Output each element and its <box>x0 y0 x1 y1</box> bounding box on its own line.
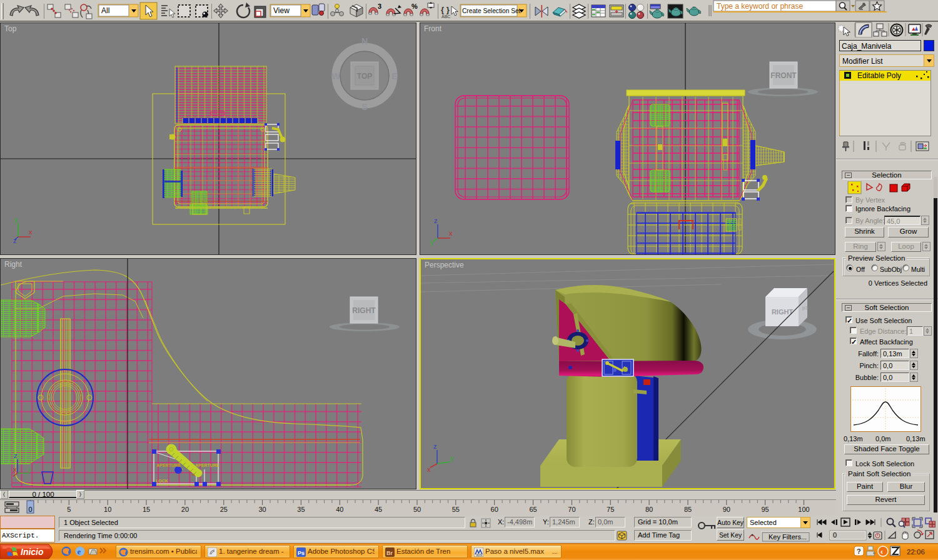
svg-text:Front: Front <box>424 24 442 33</box>
svg-text:LOCK: LOCK <box>156 479 168 483</box>
svg-text:z: z <box>433 442 437 450</box>
svg-text:View: View <box>273 6 290 15</box>
svg-text:65: 65 <box>529 506 537 513</box>
svg-text:z: z <box>434 217 438 224</box>
svg-text:x: x <box>427 466 431 473</box>
svg-text:N: N <box>361 36 368 46</box>
svg-text:W: W <box>331 71 340 81</box>
svg-text:y: y <box>450 454 454 462</box>
svg-text:75: 75 <box>607 506 614 513</box>
svg-text:3DS: 3DS <box>476 553 482 557</box>
svg-text:APERTURE: APERTURE <box>156 463 181 468</box>
svg-text:0: 0 <box>28 506 32 513</box>
svg-text:Perspective: Perspective <box>425 261 464 269</box>
svg-text:x: x <box>449 229 453 237</box>
svg-text:z: z <box>14 452 18 459</box>
svg-text:5: 5 <box>67 506 71 513</box>
svg-text:ABC: ABC <box>441 14 450 19</box>
svg-text:55: 55 <box>452 506 460 513</box>
svg-text:?: ? <box>857 548 861 555</box>
svg-text:S: S <box>361 102 367 112</box>
svg-text:3: 3 <box>378 2 381 10</box>
svg-text:x: x <box>29 228 33 236</box>
svg-text:RIGHT: RIGHT <box>352 306 376 315</box>
svg-text:60: 60 <box>491 506 498 513</box>
svg-text:10: 10 <box>104 506 111 513</box>
svg-text:70: 70 <box>568 506 575 513</box>
svg-text:FRONT: FRONT <box>770 71 797 80</box>
svg-text:100: 100 <box>798 506 809 513</box>
svg-text:15: 15 <box>143 506 150 513</box>
svg-text:Ps: Ps <box>298 550 305 556</box>
svg-text:Br: Br <box>386 550 393 556</box>
svg-text:%: % <box>411 2 418 10</box>
svg-text:0: 0 <box>833 531 837 539</box>
svg-text:45: 45 <box>375 506 382 513</box>
svg-text:x: x <box>13 466 17 473</box>
svg-text:Create Selection Set: Create Selection Set <box>462 8 521 14</box>
svg-text:Top: Top <box>4 24 17 33</box>
svg-text:50: 50 <box>413 506 421 513</box>
svg-text:20: 20 <box>181 506 189 513</box>
svg-text:Right: Right <box>4 260 23 269</box>
svg-text:80: 80 <box>645 506 653 513</box>
svg-text:90: 90 <box>723 506 730 513</box>
svg-text:Inicio: Inicio <box>21 547 44 557</box>
svg-text:85: 85 <box>684 506 692 513</box>
svg-text:‹: ‹ <box>880 548 883 556</box>
svg-text:30: 30 <box>258 506 266 513</box>
svg-text:22:06: 22:06 <box>907 548 925 556</box>
svg-text:40: 40 <box>336 506 343 513</box>
svg-text:95: 95 <box>761 506 769 513</box>
svg-text:{ }: { } <box>441 5 450 14</box>
svg-text:35: 35 <box>297 506 305 513</box>
svg-text:y: y <box>14 216 18 223</box>
svg-text:All: All <box>101 6 109 15</box>
svg-text:y: y <box>28 466 32 473</box>
svg-text:E: E <box>391 71 397 81</box>
svg-text:Type a keyword or phrase: Type a keyword or phrase <box>717 2 803 11</box>
svg-text:TOP: TOP <box>357 72 372 81</box>
svg-text:y: y <box>430 238 434 246</box>
svg-text:z: z <box>13 237 17 244</box>
svg-text:Key Filters...: Key Filters... <box>769 533 807 541</box>
svg-text:25: 25 <box>220 506 228 513</box>
svg-text:e: e <box>78 547 81 556</box>
svg-text:p3: p3 <box>802 305 808 311</box>
svg-text:APERTURE: APERTURE <box>195 463 219 468</box>
